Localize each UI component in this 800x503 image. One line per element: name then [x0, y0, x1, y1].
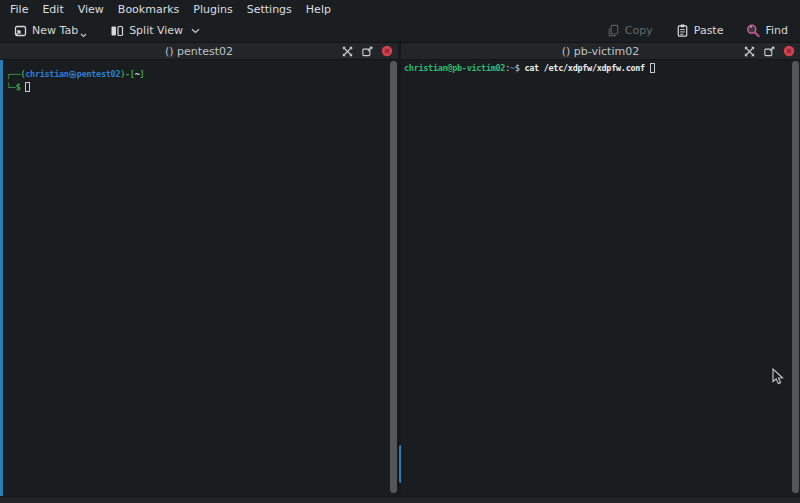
pane-pb-victim02: () pb-victim02: [401, 43, 800, 496]
terminal-cursor: [25, 82, 30, 92]
maximize-terminal-icon[interactable]: [743, 45, 756, 58]
find-icon: [745, 23, 761, 39]
new-tab-icon: [12, 23, 28, 39]
paste-icon: [675, 23, 690, 38]
copy-icon: [606, 23, 621, 38]
pane-title: () pentest02: [0, 45, 398, 58]
scrollbar-right-pane[interactable]: [792, 61, 799, 493]
window-bottom-edge: [0, 496, 800, 503]
new-tab-label: New Tab: [32, 24, 78, 37]
close-terminal-button[interactable]: [381, 45, 393, 57]
terminal-pb-victim02[interactable]: christian@pb-victim02:~$ cat /etc/xdpfw/…: [401, 60, 800, 496]
scrollbar-thumb[interactable]: [390, 61, 397, 493]
menu-item-edit[interactable]: Edit: [35, 1, 70, 18]
pane-title: () pb-victim02: [401, 45, 800, 58]
terminal-output: ┌──(christian㉿pentest02)-[~]└─$: [0, 60, 398, 496]
pane-header-pentest02[interactable]: () pentest02: [0, 43, 398, 60]
menu-item-help[interactable]: Help: [299, 1, 338, 18]
terminal-pentest02[interactable]: ┌──(christian㉿pentest02)-[~]└─$: [0, 60, 398, 496]
menu-item-file[interactable]: File: [3, 1, 35, 18]
detach-tab-icon[interactable]: [763, 45, 776, 58]
new-tab-dropdown-arrow[interactable]: [80, 28, 87, 41]
close-terminal-button[interactable]: [783, 45, 795, 57]
terminal-line: christian@pb-victim02:~$ cat /etc/xdpfw/…: [404, 62, 788, 75]
copy-label: Copy: [625, 24, 653, 37]
split-view-dropdown-arrow[interactable]: [191, 24, 200, 37]
split-view-icon: [109, 23, 125, 39]
konsole-window: FileEditViewBookmarksPluginsSettingsHelp…: [0, 0, 800, 503]
terminal-cursor: [650, 63, 655, 73]
scrollbar-thumb[interactable]: [792, 61, 799, 493]
maximize-terminal-icon[interactable]: [341, 45, 354, 58]
terminal-line: └─$: [6, 81, 384, 94]
pane-pentest02: () pentest02: [0, 43, 398, 496]
terminal-output: christian@pb-victim02:~$ cat /etc/xdpfw/…: [401, 60, 800, 496]
menu-item-bookmarks[interactable]: Bookmarks: [111, 1, 186, 18]
main-toolbar: New Tab Split View: [0, 19, 800, 43]
terminal-line: ┌──(christian㉿pentest02)-[~]: [6, 68, 384, 81]
copy-button[interactable]: Copy: [602, 21, 657, 40]
detach-tab-icon[interactable]: [361, 45, 374, 58]
split-view-container: () pentest02: [0, 43, 800, 496]
find-button[interactable]: Find: [741, 21, 792, 41]
menu-item-view[interactable]: View: [71, 1, 111, 18]
paste-button[interactable]: Paste: [671, 21, 728, 40]
find-label: Find: [765, 24, 788, 37]
menu-item-plugins[interactable]: Plugins: [186, 1, 239, 18]
scrollbar-left-pane[interactable]: [390, 61, 397, 493]
paste-label: Paste: [694, 24, 724, 37]
pane-header-pb-victim02[interactable]: () pb-victim02: [401, 43, 800, 60]
menu-item-settings[interactable]: Settings: [240, 1, 299, 18]
split-view-label: Split View: [129, 24, 183, 37]
split-view-button[interactable]: Split View: [105, 21, 204, 41]
menu-bar: FileEditViewBookmarksPluginsSettingsHelp: [0, 0, 800, 19]
new-tab-button[interactable]: New Tab: [8, 19, 91, 43]
